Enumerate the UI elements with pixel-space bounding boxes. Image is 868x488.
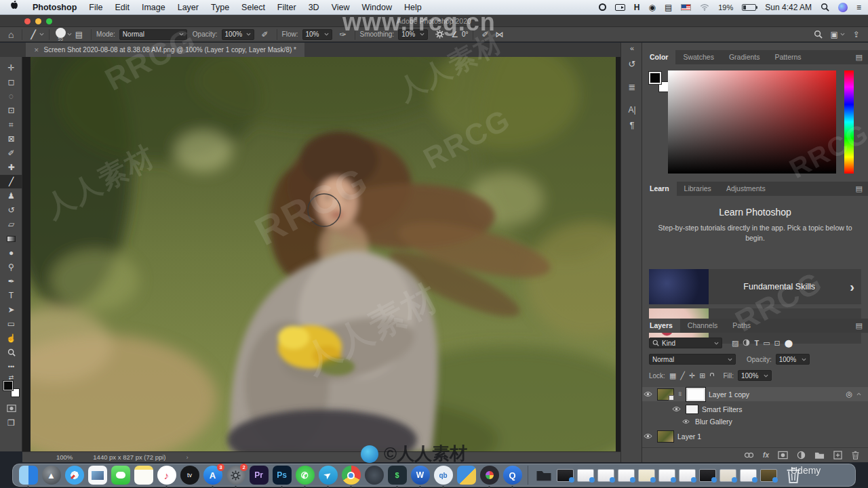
brush-tool[interactable]: ╱	[0, 175, 22, 188]
close-tab-icon[interactable]: ✕	[34, 47, 39, 54]
filter-shape-layers-icon[interactable]: ▭	[763, 339, 770, 348]
eraser-tool[interactable]: ▱	[0, 218, 22, 231]
properties-panel-icon[interactable]: ≣	[621, 82, 643, 92]
brush-angle-value[interactable]: 0°	[462, 30, 469, 38]
history-brush-tool[interactable]: ↺	[0, 203, 22, 217]
helper-app-icon[interactable]: H	[634, 3, 640, 12]
brush-tool-preset-icon[interactable]: ╱	[27, 28, 39, 41]
menu-type[interactable]: Type	[205, 0, 235, 15]
shape-tool[interactable]: ▭	[0, 317, 22, 331]
layer-visibility-eye-icon[interactable]	[642, 391, 654, 397]
brush-settings-panel-icon[interactable]: ▤	[72, 28, 86, 41]
tab-adjustments[interactable]: Adjustments	[719, 182, 773, 196]
dock-minimized-window[interactable]	[740, 469, 757, 482]
paragraph-panel-icon[interactable]: ¶	[621, 120, 643, 130]
type-tool[interactable]: T	[0, 289, 22, 302]
tab-libraries[interactable]: Libraries	[677, 182, 719, 196]
dock-minimized-window[interactable]	[557, 469, 574, 482]
filter-adjustment-layers-icon[interactable]	[743, 339, 750, 348]
crop-tool[interactable]: ⌗	[0, 118, 22, 131]
healing-brush-tool[interactable]: ✚	[0, 161, 22, 174]
layer-row-smart-filters[interactable]: Smart Filters	[642, 402, 868, 416]
zoom-level[interactable]: 100%	[56, 453, 73, 461]
dock-app-dark[interactable]	[364, 466, 384, 485]
dock-minimized-window[interactable]	[719, 469, 736, 482]
layer-thumbnail[interactable]	[657, 388, 674, 401]
lock-position-icon[interactable]: ✛	[689, 371, 695, 380]
lock-artboard-icon[interactable]: ⊞	[699, 371, 705, 380]
screen-mode-icon[interactable]: ❐	[0, 416, 22, 430]
layer-blend-mode-select[interactable]: Normal	[649, 354, 736, 365]
lasso-tool[interactable]: ◌	[0, 89, 22, 103]
layer-thumbnail[interactable]	[657, 430, 674, 443]
fill-select[interactable]: 100%	[738, 370, 772, 381]
menu-photoshop[interactable]: Photoshop	[26, 0, 83, 15]
learn-card-fundamental-skills[interactable]: Fundamental Skills ›	[649, 269, 861, 304]
zoom-tool[interactable]	[0, 346, 22, 359]
dock-minimized-window[interactable]	[658, 469, 675, 482]
airbrush-icon[interactable]: ✑	[336, 28, 350, 41]
flow-select[interactable]: 10%	[302, 29, 332, 40]
dock-qbittorrent[interactable]: qb	[433, 466, 453, 485]
dock-minimized-window[interactable]	[638, 469, 655, 482]
character-panel-icon[interactable]: A|	[621, 105, 643, 115]
move-tool[interactable]: ✛	[0, 61, 22, 75]
panel-color-swatches[interactable]	[649, 72, 669, 92]
new-group-icon[interactable]	[814, 451, 825, 460]
siri-icon[interactable]	[838, 3, 848, 12]
dock-mail-app[interactable]	[456, 466, 476, 485]
hue-slider[interactable]	[844, 70, 854, 174]
brush-preset-picker[interactable]: 55	[54, 28, 67, 41]
filter-toggle-icon[interactable]: ⬤	[785, 339, 793, 348]
document-image[interactable]	[31, 57, 616, 451]
smart-filter-indicator-icon[interactable]: ◎	[846, 390, 852, 399]
menu-select[interactable]: Select	[235, 0, 271, 15]
dock-telegram[interactable]: ➤	[318, 466, 338, 485]
creative-cloud-icon[interactable]: ◉	[648, 3, 655, 12]
layer-row-layer-1-copy[interactable]: ∞ Layer 1 copy ◎	[642, 387, 868, 401]
menu-edit[interactable]: Edit	[108, 0, 136, 15]
dock-minimized-window[interactable]	[699, 469, 716, 482]
dock-trash[interactable]	[783, 466, 803, 485]
lock-transparent-pixels-icon[interactable]: ▦	[669, 371, 676, 380]
history-panel-icon[interactable]: ↺	[621, 59, 643, 69]
dock-whatsapp[interactable]: ✆	[295, 466, 315, 485]
screen-record-icon[interactable]	[599, 3, 606, 11]
quick-mask-icon[interactable]	[0, 401, 22, 415]
dock-q-app[interactable]: Q	[502, 466, 522, 485]
menu-layer[interactable]: Layer	[172, 0, 205, 15]
smoothing-options-gear-icon[interactable]	[435, 30, 444, 39]
layer-opacity-select[interactable]: 100%	[776, 354, 810, 365]
chevron-down-icon[interactable]	[67, 33, 72, 36]
apple-menu[interactable]	[0, 0, 26, 15]
layer-style-fx-icon[interactable]: fx	[763, 451, 769, 459]
dock-minimized-window[interactable]	[618, 469, 635, 482]
dock-preview[interactable]	[87, 466, 107, 485]
dock-finder[interactable]	[18, 466, 38, 485]
notes-status-icon[interactable]: ▤	[665, 3, 672, 12]
control-center-icon[interactable]: ≡	[856, 3, 861, 12]
clone-stamp-tool[interactable]: ♟	[0, 189, 22, 203]
search-icon[interactable]	[814, 30, 823, 39]
opacity-select[interactable]: 100%	[222, 29, 254, 40]
dock-launchpad[interactable]: ▲	[41, 466, 61, 485]
tab-paths[interactable]: Paths	[725, 319, 758, 333]
layer-row-layer-1[interactable]: Layer 1	[642, 429, 868, 443]
menu-3d[interactable]: 3D	[302, 0, 326, 15]
layer-name[interactable]: Smart Filters	[702, 405, 743, 413]
foreground-background-colors[interactable]	[3, 381, 20, 397]
frame-tool[interactable]: ⊠	[0, 132, 22, 146]
layer-mask-thumbnail[interactable]	[686, 388, 705, 401]
delete-layer-icon[interactable]	[851, 451, 860, 460]
blur-tool[interactable]: ●	[0, 246, 22, 260]
dock-minimized-window[interactable]	[577, 469, 594, 482]
dock-folder[interactable]	[534, 466, 553, 485]
dock-terminal[interactable]: $	[387, 466, 407, 485]
status-chevron-icon[interactable]: ›	[186, 453, 189, 461]
panel-menu-icon[interactable]: ▤	[856, 184, 863, 193]
dock-chrome[interactable]	[341, 466, 361, 485]
menu-window[interactable]: Window	[356, 0, 398, 15]
new-layer-icon[interactable]	[833, 451, 842, 460]
input-language-flag-icon[interactable]	[681, 4, 691, 11]
document-tab[interactable]: ✕ Screen Shot 2020-08-08 at 8.38.08 AM.p…	[26, 43, 304, 57]
